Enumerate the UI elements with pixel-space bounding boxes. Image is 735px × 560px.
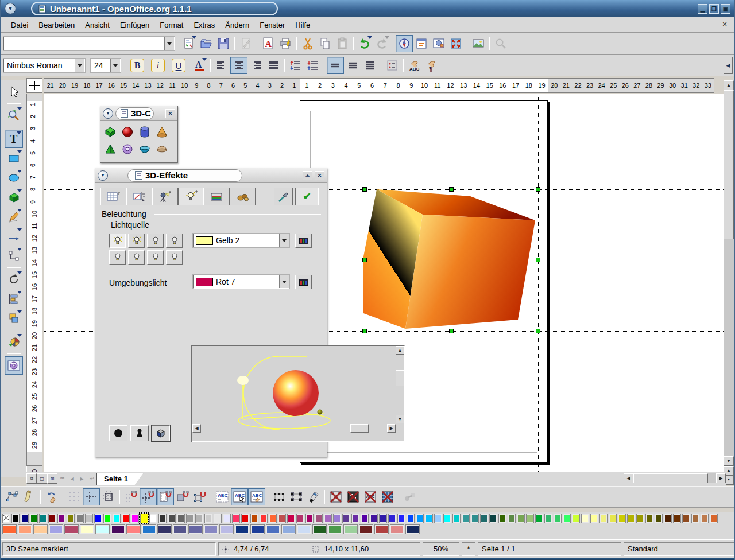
color-swatch[interactable]: [30, 514, 38, 523]
color-swatch[interactable]: [57, 514, 65, 523]
light-4-button[interactable]: [166, 234, 183, 248]
color-swatch[interactable]: [609, 514, 617, 523]
tab-representation[interactable]: [126, 188, 152, 205]
light-6-button[interactable]: [128, 250, 145, 265]
line-spacing-15-button[interactable]: [344, 57, 361, 74]
document-close-icon[interactable]: ✕: [720, 20, 729, 29]
ambient-color-combobox[interactable]: Rot 7: [193, 275, 289, 289]
color-swatch[interactable]: [177, 514, 185, 523]
assign-colors-button[interactable]: [274, 188, 293, 205]
page-mode-button[interactable]: ⧉: [26, 473, 37, 484]
font-name-combobox[interactable]: Nimbus Roman: [3, 59, 85, 72]
3d-cube-object[interactable]: [361, 186, 540, 336]
color-swatch[interactable]: [581, 514, 589, 523]
redo-caret-icon[interactable]: [385, 36, 389, 39]
color-swatch[interactable]: [691, 514, 699, 523]
selection-handle[interactable]: [362, 187, 367, 192]
3d-sphere-button[interactable]: [119, 123, 136, 141]
quick-edit-button[interactable]: ABC: [214, 488, 231, 505]
3d-objects-caret-icon[interactable]: [17, 189, 22, 192]
assign-button[interactable]: ✔: [295, 188, 319, 205]
menu-format[interactable]: Format: [154, 19, 188, 31]
color-swatch[interactable]: [39, 514, 47, 523]
color-swatch[interactable]: [113, 514, 121, 523]
justify-button[interactable]: [265, 57, 282, 74]
lighting-preview[interactable]: ▲ ▼ ◀ ▶: [191, 345, 405, 442]
color-swatch[interactable]: [379, 514, 387, 523]
color-swatch[interactable]: [95, 524, 110, 534]
close-button[interactable]: ▣: [721, 4, 730, 14]
color-swatch[interactable]: [168, 514, 176, 523]
color-swatch[interactable]: [328, 524, 342, 534]
snap-to-guides-button[interactable]: [140, 488, 157, 505]
align-center-button[interactable]: [230, 57, 247, 74]
rotation-mode-button[interactable]: [43, 488, 60, 505]
color-swatch[interactable]: [599, 514, 608, 523]
light-color-combobox[interactable]: Gelb 2: [193, 234, 289, 247]
navigator-button[interactable]: [396, 35, 413, 52]
color-swatch[interactable]: [480, 514, 488, 523]
color-swatch[interactable]: [405, 524, 420, 534]
color-swatch[interactable]: [315, 514, 323, 523]
preview-vscroll-thumb[interactable]: [396, 370, 404, 386]
light-7-button[interactable]: [147, 250, 164, 265]
3d-controller-tool[interactable]: [5, 356, 23, 375]
lines-arrows-tool[interactable]: [5, 227, 23, 246]
line-spacing-1-button[interactable]: [327, 57, 344, 74]
connector-caret-icon[interactable]: [17, 248, 22, 251]
status-style[interactable]: Standard: [624, 542, 735, 556]
ambient-color-value[interactable]: Rot 7: [213, 277, 279, 286]
3d-effects-menu-button[interactable]: ▼: [98, 170, 108, 181]
selection-handle[interactable]: [449, 329, 454, 333]
color-swatch[interactable]: [80, 524, 94, 534]
snap-to-object-points-button[interactable]: [191, 488, 208, 505]
3d-cone-button[interactable]: [153, 123, 171, 141]
color-swatch[interactable]: [471, 514, 479, 523]
color-swatch[interactable]: [425, 514, 433, 523]
3d-effects-titlebar[interactable]: ▼ 3D-Effekte ⏶ ✕: [95, 168, 327, 183]
window-menu-button[interactable]: ▼: [5, 3, 16, 14]
alignment-tool[interactable]: [5, 290, 23, 308]
font-color-button[interactable]: A: [191, 57, 208, 74]
color-swatch[interactable]: [324, 514, 332, 523]
glue-points-button[interactable]: [21, 488, 38, 505]
menu-einfgen[interactable]: Einfügen: [115, 19, 154, 31]
color-swatch[interactable]: [67, 514, 75, 523]
color-swatch[interactable]: [374, 524, 389, 534]
stylist-button[interactable]: [413, 35, 430, 52]
undo-caret-icon[interactable]: [368, 36, 372, 39]
show-guides-button[interactable]: [83, 488, 100, 505]
color-swatch[interactable]: [673, 514, 681, 523]
selection-handle[interactable]: [362, 329, 367, 333]
preview-scroll-right-icon[interactable]: ▶: [387, 424, 396, 433]
save-button[interactable]: [215, 35, 232, 52]
color-swatch[interactable]: [204, 514, 212, 523]
paste-button[interactable]: [334, 35, 351, 52]
color-swatch[interactable]: [188, 524, 203, 534]
color-swatch[interactable]: [452, 514, 461, 523]
color-swatch[interactable]: [434, 514, 442, 523]
color-swatch[interactable]: [48, 514, 56, 523]
align-right-button[interactable]: [247, 57, 265, 74]
color-swatch[interactable]: [195, 514, 203, 523]
insert-graphics-button[interactable]: [470, 35, 487, 52]
3d-effects-close-icon[interactable]: ✕: [315, 171, 324, 180]
color-swatch[interactable]: [489, 514, 497, 523]
color-swatch[interactable]: [563, 514, 571, 523]
font-size-combobox[interactable]: 24: [91, 59, 121, 72]
color-swatch[interactable]: [186, 514, 194, 523]
ellipse-tool[interactable]: [5, 169, 23, 187]
large-handles-button[interactable]: [288, 488, 305, 505]
maximize-button[interactable]: ❐: [709, 4, 719, 14]
color-swatch[interactable]: [235, 524, 249, 534]
insert-caret-icon[interactable]: [17, 334, 22, 337]
color-swatch[interactable]: [281, 524, 296, 534]
tab-illumination[interactable]: [152, 188, 178, 205]
menu-datei[interactable]: Datei: [6, 19, 33, 31]
color-swatch[interactable]: [241, 514, 249, 523]
horizontal-scroll-thumb[interactable]: [633, 473, 708, 483]
3d-torus-button[interactable]: [119, 141, 136, 158]
vertical-scrollbar[interactable]: ▲ ▼ ⯅ ⯆: [724, 80, 734, 485]
contour-mode-button[interactable]: [345, 488, 362, 505]
selection-handle[interactable]: [536, 258, 540, 262]
